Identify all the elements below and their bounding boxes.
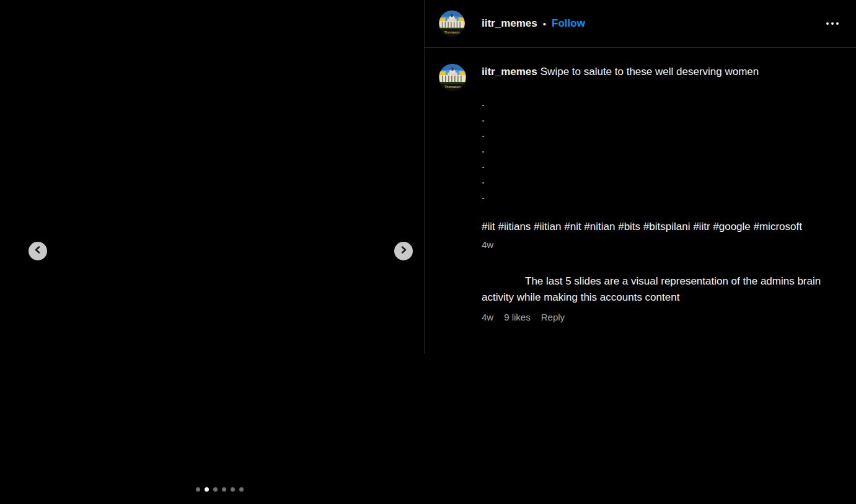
carousel-prev-button[interactable]	[29, 242, 47, 260]
carousel-dot[interactable]	[205, 487, 209, 492]
chevron-right-icon	[399, 245, 408, 257]
avatar-caption-text: Thomason	[444, 30, 460, 34]
chevron-left-icon	[33, 245, 42, 257]
comments-area: Thomason iitr_memesSwipe to salute to th…	[424, 48, 856, 322]
carousel-next-button[interactable]	[394, 242, 413, 260]
caption-row: Thomason iitr_memesSwipe to salute to th…	[439, 64, 841, 250]
follow-button[interactable]: Follow	[552, 17, 585, 30]
caption-body: Swipe to salute to these well deserving …	[482, 66, 759, 201]
carousel-dots	[196, 487, 244, 492]
caption-column: iitr_memesSwipe to salute to these well …	[482, 64, 841, 250]
username-follow-separator: •	[543, 19, 546, 29]
caption-text: iitr_memesSwipe to salute to these well …	[482, 64, 841, 234]
header-username-link[interactable]: iitr_memes	[482, 17, 537, 30]
more-options-button[interactable]	[825, 19, 840, 29]
comment-text: The last 5 slides are a visual represent…	[482, 273, 841, 306]
comment-meta: 4w 9 likes Reply	[482, 312, 841, 322]
post-header: Thomason iitr_memes • Follow	[424, 0, 856, 48]
caption-username-link[interactable]: iitr_memes	[482, 66, 537, 77]
svg-text:Thomason: Thomason	[444, 85, 461, 89]
carousel-media	[0, 0, 424, 504]
comment: The last 5 slides are a visual represent…	[482, 273, 841, 322]
caption-timestamp: 4w	[482, 239, 841, 250]
comment-reply-button[interactable]: Reply	[541, 312, 565, 322]
comment-timestamp: 4w	[482, 312, 493, 322]
profile-avatar[interactable]: Thomason	[439, 11, 465, 37]
carousel-dot[interactable]	[196, 487, 200, 492]
carousel-dot[interactable]	[231, 487, 235, 492]
comment-likes-count[interactable]: 9 likes	[504, 312, 531, 322]
post-info-panel: Thomason iitr_memes • Follow	[424, 0, 856, 504]
carousel-dot[interactable]	[222, 487, 226, 492]
panel-left-divider	[424, 0, 425, 353]
carousel-dot[interactable]	[239, 487, 244, 492]
ellipsis-icon	[826, 22, 829, 25]
carousel-dot[interactable]	[213, 487, 218, 492]
caption-hashtags[interactable]: #iit #iitians #iitian #nit #nitian #bits…	[482, 221, 802, 232]
caption-author-avatar[interactable]: Thomason	[439, 64, 466, 91]
